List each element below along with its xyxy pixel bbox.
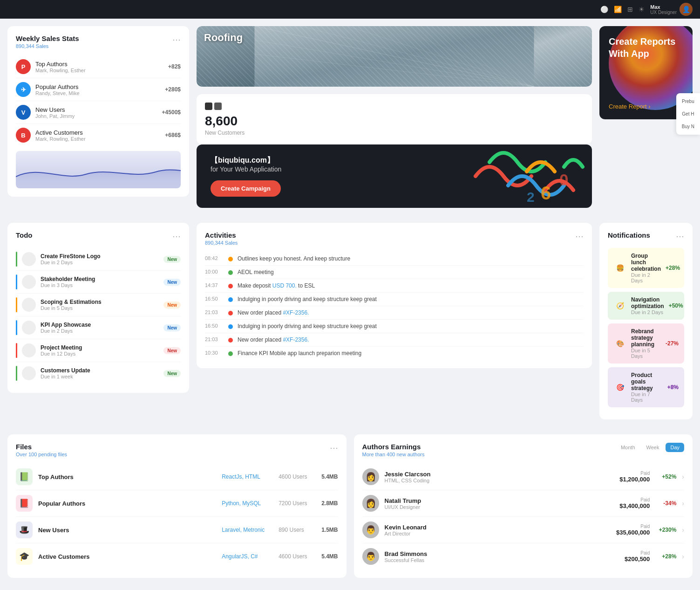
- activity-link-4[interactable]: #XF-2356.: [283, 309, 309, 316]
- nc-number: 8,600: [205, 114, 584, 129]
- notifications-list: 🍔 Group lunch celebration Due in 2 Days …: [608, 248, 684, 407]
- activities-section: Activities 890,344 Sales ⋯ 08:42 Outline…: [197, 223, 592, 427]
- stats-icon-top-authors: P: [16, 59, 31, 74]
- notifications-menu-icon[interactable]: ⋯: [676, 231, 684, 241]
- files-menu-icon[interactable]: ⋯: [330, 443, 338, 453]
- roofing-card: Roofing: [197, 26, 592, 87]
- author-paid-label-1: Paid: [619, 497, 650, 502]
- todo-badge-4: New: [163, 347, 181, 354]
- create-report-button[interactable]: Create Report ›: [609, 103, 651, 110]
- create-campaign-button[interactable]: Create Campaign: [211, 180, 281, 197]
- files-subtitle: Over 100 pending files: [16, 452, 67, 457]
- todo-due-3: Due in 2 Days: [41, 328, 159, 334]
- notifications-section: Notifications ⋯ 🍔 Group lunch celebratio…: [599, 223, 693, 427]
- notif-title-2: Rebrand strategy planning: [631, 328, 661, 348]
- notifications-header: Notifications ⋯: [608, 231, 684, 241]
- period-month-button[interactable]: Month: [616, 443, 640, 452]
- file-item-3: 🎓 Active Customers AngularJS, C# 4600 Us…: [16, 543, 338, 569]
- stats-sub-top-authors: Mark, Rowling, Esther: [35, 68, 163, 73]
- notif-title-1: Navigation optimization: [631, 296, 664, 309]
- signal-icon[interactable]: 📶: [614, 6, 622, 13]
- author-chevron-icon-0[interactable]: ›: [682, 473, 684, 480]
- notif-sub-3: Due in 7 Days: [631, 391, 663, 403]
- todo-title: Todo: [16, 231, 33, 239]
- author-paid-3: Paid $200,500: [625, 550, 650, 563]
- weekly-sales-menu-icon[interactable]: ⋯: [172, 34, 181, 45]
- notif-icon-2: 🎨: [613, 337, 626, 350]
- files-card: Files Over 100 pending files ⋯ 📗 Top Aut…: [7, 434, 347, 578]
- sidebar-float-buyn[interactable]: Buy N: [680, 122, 696, 131]
- activity-link-6[interactable]: #XF-2356.: [283, 336, 309, 343]
- notification-item-1: 🧭 Navigation optimization Due in 2 Days …: [608, 292, 684, 320]
- file-name-2: New Users: [38, 527, 216, 534]
- todo-color-bar-2: [16, 297, 17, 312]
- file-icon-1: 📕: [16, 495, 33, 512]
- notification-item-0: 🍔 Group lunch celebration Due in 2 Days …: [608, 248, 684, 288]
- author-avatar-0: 👩: [362, 468, 379, 485]
- campaign-banner: 【biqubiqu.com】 for Your Web Application …: [197, 144, 592, 208]
- file-size-1: 2.8MB: [321, 500, 338, 507]
- activity-dot-5: [228, 324, 233, 329]
- notif-sub-0: Due in 2 Days: [631, 272, 661, 283]
- first-row: Weekly Sales Stats 890,344 Sales ⋯ P Top…: [0, 19, 700, 223]
- stats-value-popular-authors: +280$: [165, 86, 181, 93]
- activity-dot-4: [228, 311, 233, 316]
- author-name-2: Kevin Leonard: [385, 524, 611, 531]
- author-chevron-icon-3[interactable]: ›: [682, 553, 684, 560]
- authors-earnings-card: Authors Earnings More than 400 new autho…: [354, 434, 693, 578]
- notif-sub-1: Due in 2 Days: [631, 309, 664, 315]
- todo-info-5: Customers Update Due in 1 week: [41, 367, 159, 379]
- notif-value-0: +28%: [666, 265, 680, 271]
- notification-item-2: 🎨 Rebrand strategy planning Due in 5 Day…: [608, 323, 684, 364]
- activities-menu-icon[interactable]: ⋯: [575, 231, 584, 241]
- stats-item-active-customers: B Active Customers Mark, Rowling, Esther…: [16, 124, 181, 146]
- weekly-sales-title: Weekly Sales Stats: [16, 34, 79, 42]
- todo-menu-icon[interactable]: ⋯: [172, 231, 181, 241]
- author-item-2: 👨 Kevin Leonard Art Director Paid $35,60…: [362, 517, 685, 543]
- todo-badge-5: New: [163, 370, 181, 377]
- activity-time-4: 21:03: [205, 309, 224, 315]
- notif-icon-0: 🍔: [613, 261, 626, 274]
- author-info-0: Jessie Clarcson HTML, CSS Coding: [385, 471, 614, 483]
- todo-section: Todo ⋯ Create FireStone Logo Due in 2 Da…: [7, 223, 189, 427]
- activity-dot-0: [228, 257, 233, 261]
- todo-due-1: Due in 3 Days: [41, 282, 159, 288]
- todo-badge-2: New: [163, 302, 181, 309]
- author-paid-label-2: Paid: [616, 524, 650, 529]
- period-week-button[interactable]: Week: [642, 443, 664, 452]
- todo-info-3: KPI App Showcase Due in 2 Days: [41, 322, 159, 334]
- file-item-0: 📗 Top Authors ReactJs, HTML 4600 Users 5…: [16, 464, 338, 490]
- author-item-0: 👩 Jessie Clarcson HTML, CSS Coding Paid …: [362, 464, 685, 490]
- author-change-1: -34%: [655, 500, 676, 507]
- authors-earnings-header: Authors Earnings More than 400 new autho…: [362, 443, 685, 457]
- author-info-1: Natali Trump UI/UX Designer: [385, 497, 614, 510]
- search-icon[interactable]: ⚪: [600, 6, 608, 13]
- activity-link-2[interactable]: USD 700.: [272, 282, 297, 289]
- todo-avatar-1: [22, 275, 36, 289]
- create-reports-title: Create Reports With App: [609, 35, 683, 60]
- todo-name-0: Create FireStone Logo: [41, 253, 159, 260]
- activity-dot-2: [228, 284, 233, 288]
- theme-icon[interactable]: ☀: [639, 6, 645, 13]
- author-chevron-icon-2[interactable]: ›: [682, 526, 684, 534]
- author-avatar-2: 👨: [362, 521, 379, 538]
- todo-name-5: Customers Update: [41, 367, 159, 374]
- todo-item-2: Scoping & Estimations Due in 5 Days New: [16, 294, 181, 316]
- grid-icon[interactable]: ⊞: [627, 6, 633, 13]
- activity-time-2: 14:37: [205, 282, 224, 288]
- period-day-button[interactable]: Day: [666, 443, 684, 452]
- activities-list: 08:42 Outlines keep you honest. And keep…: [205, 252, 584, 360]
- activity-item-7: 10:30 Finance KPI Mobile app launch prep…: [205, 347, 584, 360]
- author-chevron-icon-1[interactable]: ›: [682, 500, 684, 507]
- campaign-title: 【biqubiqu.com】: [211, 156, 281, 165]
- campaign-decoration: 6 0 2: [452, 144, 592, 208]
- author-item-1: 👩 Natali Trump UI/UX Designer Paid $3,40…: [362, 490, 685, 517]
- activity-time-6: 21:03: [205, 336, 224, 342]
- author-amount-0: $1,200,000: [619, 476, 650, 483]
- sidebar-float-geth[interactable]: Get H: [680, 110, 696, 118]
- sidebar-float-prebu[interactable]: Prebu: [680, 97, 696, 106]
- authors-earnings-section: Authors Earnings More than 400 new autho…: [354, 434, 693, 578]
- activity-item-0: 08:42 Outlines keep you honest. And keep…: [205, 252, 584, 266]
- author-paid-label-0: Paid: [619, 471, 650, 476]
- notif-value-1: +50%: [669, 302, 683, 309]
